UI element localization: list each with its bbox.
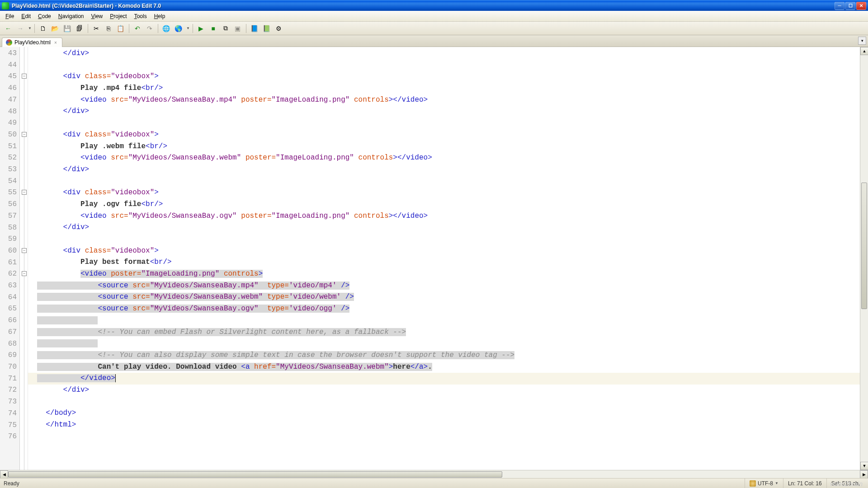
menu-help[interactable]: Help [151,12,169,21]
code-line[interactable] [28,176,860,188]
code-line[interactable]: <div class="videobox"> [28,129,860,141]
copy-button[interactable]: ⎘ [103,23,114,34]
code-line[interactable]: </div> [28,385,860,396]
save-all-button[interactable]: 🗐 [74,23,85,34]
run-button[interactable]: ▶ [196,23,207,34]
code-line[interactable] [28,396,860,408]
menu-code[interactable]: Code [34,12,55,21]
code-line[interactable]: Play best format<br/> [28,257,860,268]
paste-button[interactable]: 📋 [115,23,126,34]
encoding-icon [750,480,756,487]
code-line[interactable]: </video> [28,373,860,385]
code-line[interactable]: </div> [28,164,860,176]
back-button[interactable]: ← [3,23,14,34]
tab-playvideo[interactable]: PlayVideo.html × [2,38,62,47]
code-line[interactable]: <div class="videobox"> [28,187,860,199]
close-button[interactable]: ✕ [856,2,866,10]
encoding-dropdown-icon[interactable]: ▼ [775,481,778,485]
tab-bar: PlayVideo.html × ▾ [0,35,868,47]
fold-marker[interactable]: − [22,190,27,195]
minimize-button[interactable]: ─ [835,2,844,10]
code-area[interactable]: </div> <div class="videobox"> Play .mp4 … [28,47,860,470]
window-controls: ─ ☐ ✕ [835,2,866,10]
globe-icon[interactable]: 🌎 [173,23,184,34]
code-line[interactable]: </html> [28,419,860,431]
toolbar: ← → ▼ 🗋 📂 💾 🗐 ✂ ⎘ 📋 ↶ ↷ 🌐 🌎 ▼ ▶ ■ ⧉ ▣ 📘 … [0,22,868,35]
browser-preview-button[interactable]: 🌐 [161,23,172,34]
code-line[interactable]: <!-- You can also display some simple te… [28,350,860,361]
status-selection: Sel: 513 ch, [826,479,864,488]
code-line[interactable] [28,338,860,350]
tab-list-button[interactable]: ▾ [858,37,866,45]
code-editor[interactable]: 4344454647484950515253545556575859606162… [0,47,868,470]
line-number-gutter: 4344454647484950515253545556575859606162… [0,47,20,470]
fold-marker[interactable]: − [22,271,27,276]
open-file-button[interactable]: 📂 [50,23,61,34]
preview-button[interactable]: ⧉ [220,23,231,34]
statusbar: Ready UTF-8 ▼ Ln: 71 Col: 16 Sel: 513 ch… [0,478,868,488]
code-line[interactable]: Play .webm file<br/> [28,141,860,153]
menu-edit[interactable]: Edit [18,12,34,21]
code-line[interactable] [28,60,860,71]
code-line[interactable]: Can't play video. Download video <a href… [28,361,860,373]
code-line[interactable]: </body> [28,408,860,419]
code-line[interactable]: <div class="videobox"> [28,71,860,83]
code-line[interactable]: <source src="MyVideos/SwanseaBay.webm" t… [28,291,860,303]
scroll-left-button[interactable]: ◀ [0,470,8,479]
terminal-button[interactable]: ▣ [232,23,243,34]
code-line[interactable]: <!-- You can embed Flash or Silverlight … [28,327,860,338]
code-line[interactable]: <source src="MyVideos/SwanseaBay.ogv" ty… [28,303,860,315]
code-line[interactable]: <source src="MyVideos/SwanseaBay.mp4" ty… [28,280,860,292]
menu-file[interactable]: File [2,12,18,21]
code-line[interactable] [28,315,860,327]
app-icon [2,2,9,9]
code-line[interactable]: Play .ogv file<br/> [28,199,860,211]
undo-button[interactable]: ↶ [132,23,143,34]
fold-column[interactable]: −−−−− [20,47,28,470]
code-line[interactable]: </div> [28,106,860,117]
forward-button[interactable]: → [15,23,26,34]
cut-button[interactable]: ✂ [91,23,102,34]
maximize-button[interactable]: ☐ [845,2,855,10]
menu-navigation[interactable]: Navigation [55,12,88,21]
toolbox-button-3[interactable]: ⚙ [274,23,284,34]
save-button[interactable]: 💾 [62,23,73,34]
toolbox-button-1[interactable]: 📘 [249,23,260,34]
history-dropdown-icon[interactable]: ▼ [27,26,32,30]
fold-marker[interactable]: − [22,74,27,79]
horizontal-scrollbar[interactable]: ◀ ▶ [0,470,868,478]
code-line[interactable] [28,234,860,245]
toolbox-button-2[interactable]: 📗 [261,23,272,34]
fold-marker[interactable]: − [22,132,27,137]
hscroll-track[interactable] [8,470,860,479]
menu-view[interactable]: View [87,12,106,21]
code-line[interactable]: <video src="MyVideos/SwanseaBay.webm" po… [28,152,860,164]
new-file-button[interactable]: 🗋 [38,23,48,34]
code-line[interactable]: <video src="MyVideos/SwanseaBay.mp4" pos… [28,94,860,106]
scroll-up-button[interactable]: ▲ [860,47,868,55]
redo-button[interactable]: ↷ [144,23,155,34]
chrome-icon [6,39,12,46]
fold-marker[interactable]: − [22,248,27,253]
menu-project[interactable]: Project [106,12,130,21]
scroll-thumb[interactable] [861,183,867,309]
code-line[interactable]: <video poster="ImageLoading.png" control… [28,268,860,280]
code-line[interactable]: <video src="MyVideos/SwanseaBay.ogv" pos… [28,211,860,222]
scroll-right-button[interactable]: ▶ [860,470,868,479]
code-line[interactable] [28,431,860,443]
tab-close-icon[interactable]: × [53,40,58,45]
status-encoding: UTF-8 [758,480,773,487]
menu-tools[interactable]: Tools [131,12,151,21]
titlebar: PlayVideo.html (C:\Video2Brain\Starter) … [0,0,868,11]
scroll-down-button[interactable]: ▼ [860,462,868,470]
vertical-scrollbar[interactable]: ▲ ▼ [860,47,868,470]
hscroll-thumb[interactable] [8,471,502,478]
code-line[interactable]: Play .mp4 file<br/> [28,83,860,94]
status-encoding-cell[interactable]: UTF-8 ▼ [745,479,783,488]
code-line[interactable] [28,117,860,129]
code-line[interactable]: </div> [28,48,860,60]
code-line[interactable]: <div class="videobox"> [28,245,860,257]
globe-dropdown-icon[interactable]: ▼ [185,26,190,30]
stop-button[interactable]: ■ [208,23,219,34]
code-line[interactable]: </div> [28,222,860,234]
